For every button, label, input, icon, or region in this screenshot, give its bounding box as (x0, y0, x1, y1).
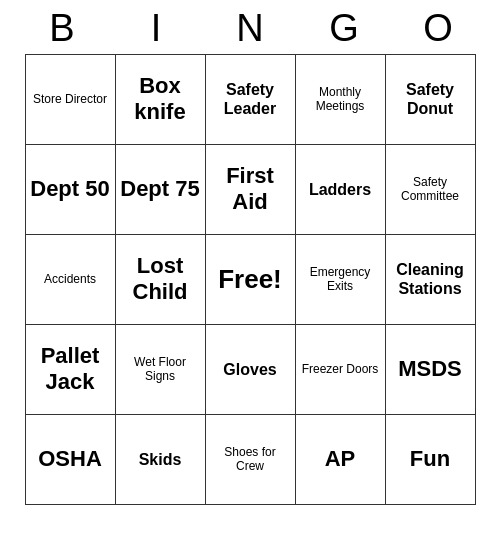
cell-r3-c1: Wet Floor Signs (116, 325, 206, 415)
letter-o: O (395, 8, 481, 50)
cell-r2-c3: Emergency Exits (296, 235, 386, 325)
bingo-header: B I N G O (15, 8, 485, 50)
cell-r4-c0: OSHA (26, 415, 116, 505)
cell-r2-c1: Lost Child (116, 235, 206, 325)
cell-r1-c4: Safety Committee (386, 145, 476, 235)
cell-r0-c1: Box knife (116, 55, 206, 145)
cell-r0-c4: Safety Donut (386, 55, 476, 145)
cell-r3-c0: Pallet Jack (26, 325, 116, 415)
letter-g: G (301, 8, 387, 50)
cell-r2-c4: Cleaning Stations (386, 235, 476, 325)
cell-r4-c1: Skids (116, 415, 206, 505)
cell-r3-c3: Freezer Doors (296, 325, 386, 415)
cell-r2-c0: Accidents (26, 235, 116, 325)
bingo-grid: Store DirectorBox knifeSafety LeaderMont… (25, 54, 476, 505)
cell-r0-c2: Safety Leader (206, 55, 296, 145)
cell-r0-c3: Monthly Meetings (296, 55, 386, 145)
cell-r4-c3: AP (296, 415, 386, 505)
cell-r4-c2: Shoes for Crew (206, 415, 296, 505)
letter-b: B (19, 8, 105, 50)
cell-r2-c2: Free! (206, 235, 296, 325)
cell-r1-c3: Ladders (296, 145, 386, 235)
cell-r1-c0: Dept 50 (26, 145, 116, 235)
cell-r4-c4: Fun (386, 415, 476, 505)
cell-r3-c4: MSDS (386, 325, 476, 415)
cell-r3-c2: Gloves (206, 325, 296, 415)
cell-r1-c1: Dept 75 (116, 145, 206, 235)
letter-n: N (207, 8, 293, 50)
cell-r1-c2: First Aid (206, 145, 296, 235)
cell-r0-c0: Store Director (26, 55, 116, 145)
letter-i: I (113, 8, 199, 50)
